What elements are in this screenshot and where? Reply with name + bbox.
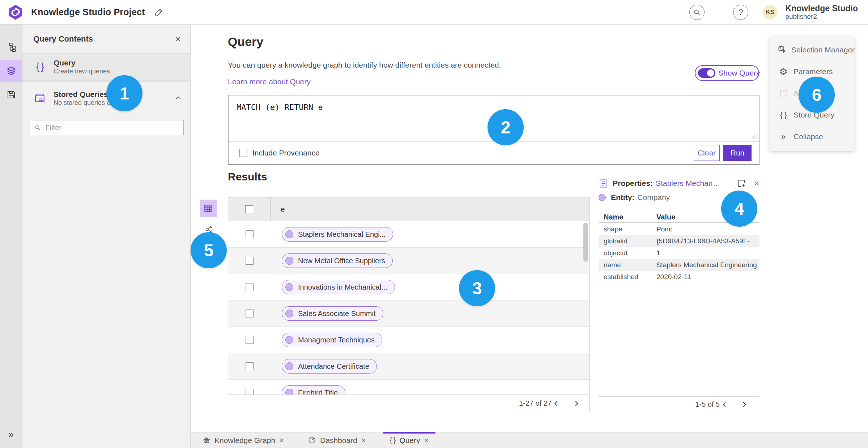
entity-dot-icon — [285, 310, 293, 317]
property-value: Staplers Mechanical Engineering — [656, 261, 758, 269]
entity-pill[interactable]: New Metal Office Suppliers — [282, 253, 393, 268]
expand-rail-button[interactable]: » — [0, 429, 22, 440]
include-provenance-label: Include Provenance — [252, 149, 320, 157]
close-tab-icon[interactable]: × — [279, 436, 284, 444]
properties-entity-link[interactable]: Staplers Mechanic... — [656, 179, 721, 188]
table-view-button[interactable] — [200, 200, 217, 217]
chevron-left-icon — [721, 401, 728, 408]
search-button[interactable] — [689, 5, 705, 20]
help-button[interactable]: ? — [733, 5, 748, 20]
row-checkbox[interactable] — [246, 389, 254, 394]
row-checkbox[interactable] — [246, 230, 254, 238]
filter-search-icon — [34, 124, 41, 131]
clear-button[interactable]: Clear — [694, 145, 720, 161]
show-query-toggle[interactable]: Show Query — [695, 65, 759, 81]
layers-icon — [6, 66, 16, 76]
previous-page-button[interactable] — [552, 399, 561, 408]
menu-label: Parameters — [793, 67, 833, 76]
select-all-checkbox[interactable] — [245, 205, 253, 213]
close-properties-icon[interactable]: × — [754, 179, 760, 188]
table-row: Sales Associate Summit — [228, 300, 589, 327]
entity-pill[interactable]: Sales Associate Summit — [282, 306, 383, 321]
property-name: globalid — [599, 237, 656, 245]
tab-label: Knowledge Graph — [214, 436, 275, 445]
entity-dot-icon — [285, 283, 293, 291]
row-checkbox[interactable] — [246, 310, 254, 317]
tab-dashboard[interactable]: Dashboard × — [301, 432, 373, 448]
layers-button[interactable] — [0, 60, 22, 82]
menu-item-collapse[interactable]: » Collapse — [770, 126, 854, 148]
entity-pill-label: Staplers Mechanical Engi... — [298, 230, 386, 239]
properties-previous-button[interactable] — [720, 400, 729, 409]
property-row: established 2020-02-11 — [599, 271, 760, 283]
selection-manager-icon — [778, 45, 787, 55]
help-icon: ? — [739, 8, 743, 17]
properties-header: Properties: Staplers Mechanic... × — [599, 178, 760, 189]
app-logo-icon[interactable] — [7, 4, 24, 21]
sidebar-item-query[interactable]: { } Query Create new queries — [22, 54, 190, 82]
save-button[interactable] — [0, 84, 22, 106]
property-row: name Staplers Mechanical Engineering — [599, 259, 760, 271]
entity-dot-icon — [285, 362, 293, 370]
row-checkbox[interactable] — [246, 257, 254, 265]
row-checkbox[interactable] — [246, 283, 254, 291]
column-header-e[interactable]: e — [271, 197, 589, 221]
entity-pill[interactable]: Firebird Title — [282, 385, 345, 394]
query-description: You can query a knowledge graph to ident… — [228, 61, 501, 69]
include-provenance-checkbox[interactable] — [239, 149, 247, 157]
property-row: globalid {5D9B4713-F98D-4A53-A59F-C11... — [599, 235, 760, 247]
query-contents-panel: Query Contents × { } Query Create new qu… — [22, 25, 191, 448]
data-model-icon — [7, 42, 16, 52]
entity-pill-label: New Metal Office Suppliers — [298, 257, 385, 265]
sidebar-item-stored-queries[interactable]: Stored Queries No stored queries exist — [22, 84, 190, 112]
row-checkbox[interactable] — [246, 336, 254, 344]
entity-pill-label: Firebird Title — [298, 389, 338, 395]
column-header-label: e — [281, 205, 285, 214]
row-checkbox[interactable] — [246, 362, 254, 370]
filter-input[interactable] — [45, 124, 179, 132]
results-title: Results — [228, 171, 267, 183]
braces-icon: { } — [390, 436, 396, 444]
braces-icon: { } — [778, 110, 789, 120]
close-panel-icon[interactable]: × — [175, 34, 181, 44]
callout-badge-5: 5 — [191, 232, 227, 268]
properties-rows: shape Point globalid {5D9B4713-F98D-4A53… — [599, 223, 760, 283]
entity-pill[interactable]: Staplers Mechanical Engi... — [282, 227, 393, 242]
table-icon — [204, 204, 213, 213]
run-button[interactable]: Run — [723, 145, 752, 161]
callout-badge-2: 2 — [488, 109, 524, 145]
toggle-switch[interactable] — [698, 68, 715, 78]
braces-icon: { } — [32, 61, 48, 72]
close-tab-icon[interactable]: × — [361, 436, 366, 444]
close-tab-icon[interactable]: × — [424, 436, 429, 444]
resize-handle-icon[interactable] — [751, 134, 757, 140]
property-name: established — [599, 273, 656, 281]
learn-more-link[interactable]: Learn more about Query — [228, 77, 311, 86]
tab-knowledge-graph[interactable]: Knowledge Graph × — [196, 432, 290, 448]
properties-next-button[interactable] — [739, 400, 749, 409]
next-page-button[interactable] — [572, 399, 581, 408]
entity-pill[interactable]: Managment Techniques — [282, 333, 382, 347]
avatar[interactable]: KS — [763, 5, 777, 20]
chevron-right-icon — [573, 400, 580, 407]
entity-pill[interactable]: Attendance Certificate — [282, 359, 377, 374]
table-scrollbar-thumb[interactable] — [583, 223, 588, 262]
entity-type-dot-icon — [599, 194, 606, 201]
chevron-up-icon[interactable] — [174, 94, 182, 102]
query-item-sublabel: Create new queries — [54, 67, 110, 75]
app-root: Knowledge Studio Project ? KS Knowledge … — [0, 0, 868, 448]
edit-title-icon[interactable] — [154, 8, 163, 17]
stored-queries-filter — [30, 120, 184, 135]
properties-col-value: Value — [656, 213, 675, 221]
menu-item-selection-manager[interactable]: Selection Manager — [770, 39, 854, 61]
table-row: Managment Techniques — [228, 327, 589, 353]
topbar-actions: ? KS Knowledge Studio publisher2 — [689, 4, 868, 21]
user-name: Knowledge Studio — [785, 4, 858, 13]
query-item-label: Query — [54, 58, 110, 67]
entity-pill[interactable]: Innovations in Mechanical... — [282, 280, 395, 294]
data-model-button[interactable] — [0, 36, 22, 58]
tab-query[interactable]: { } Query × — [383, 432, 435, 448]
add-to-selection-icon[interactable] — [737, 179, 746, 188]
table-row: Attendance Certificate — [228, 353, 589, 380]
property-name: shape — [599, 225, 656, 233]
